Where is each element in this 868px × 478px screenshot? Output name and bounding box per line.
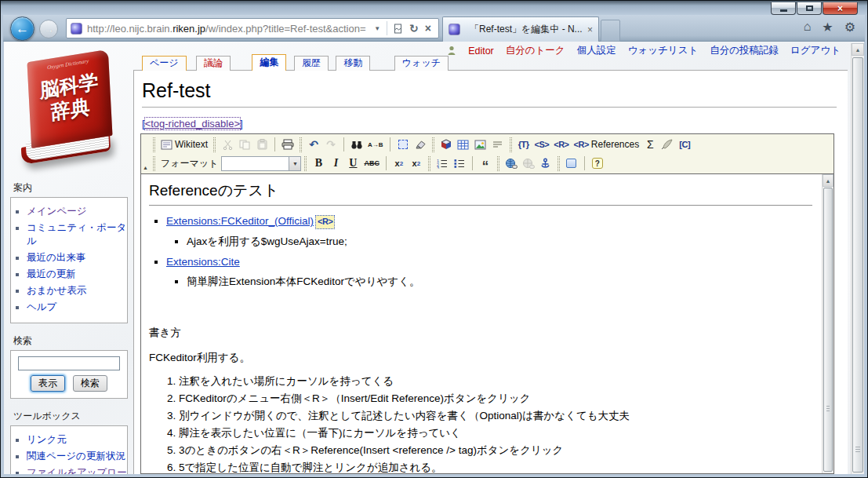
- sidebar-link-recentchanges[interactable]: 最近の更新: [27, 268, 76, 279]
- toolbar-collapse-button[interactable]: ▲: [141, 135, 150, 173]
- anchor-icon[interactable]: [538, 155, 554, 172]
- url-text[interactable]: http://leo.nijc.brain.riken.jp/w/index.p…: [87, 23, 370, 35]
- toolbar-grip[interactable]: [432, 137, 434, 152]
- address-bar[interactable]: http://leo.nijc.brain.riken.jp/w/index.p…: [66, 18, 439, 38]
- insert-table-icon[interactable]: [456, 137, 471, 153]
- sidebar-link-mainpage[interactable]: メインページ: [27, 206, 86, 217]
- toolbar-grip[interactable]: [153, 137, 155, 152]
- bold-icon[interactable]: B: [311, 155, 326, 172]
- editor-scrollbar[interactable]: ▲: [822, 174, 833, 473]
- browser-scrollbar[interactable]: ▲: [851, 43, 864, 474]
- source-tag-icon[interactable]: <S>: [533, 137, 551, 153]
- toolbar-grip[interactable]: [557, 156, 560, 171]
- select-all-icon[interactable]: [395, 137, 411, 153]
- tog-richedit-link[interactable]: <tog-riched_disable>: [145, 118, 240, 130]
- sidebar-link-portal[interactable]: コミュニティ・ポータル: [27, 222, 126, 246]
- numbered-list-icon[interactable]: 123: [434, 155, 450, 172]
- toolbar-grip[interactable]: [497, 156, 499, 171]
- watchlist-link[interactable]: ウォッチリスト: [628, 44, 699, 57]
- signature-icon[interactable]: [659, 137, 675, 153]
- preferences-link[interactable]: 個人設定: [577, 44, 616, 57]
- my-talk-link[interactable]: 自分のトーク: [506, 44, 565, 57]
- blockquote-icon[interactable]: “: [478, 155, 493, 172]
- undo-icon[interactable]: ↶: [306, 137, 321, 153]
- wikitext-source-button[interactable]: Wikitext: [159, 137, 209, 153]
- home-icon[interactable]: ⌂: [804, 20, 812, 35]
- back-button[interactable]: ←: [10, 16, 35, 41]
- editor-scrollbar-thumb[interactable]: [823, 188, 833, 472]
- cite-extension-link[interactable]: Extensions:Cite: [166, 256, 240, 268]
- logout-link[interactable]: ログアウト: [790, 44, 841, 57]
- reference-badge[interactable]: <R>: [315, 215, 335, 229]
- italic-icon[interactable]: I: [328, 155, 343, 172]
- insert-image-icon[interactable]: [473, 137, 488, 153]
- tools-gear-icon[interactable]: ⚙: [844, 20, 855, 35]
- toolbar-grip[interactable]: [213, 137, 216, 152]
- toolbox-link-upload[interactable]: ファイルをアップロード: [27, 467, 127, 474]
- browser-scrollbar-thumb[interactable]: [852, 57, 863, 473]
- scroll-up-icon[interactable]: ▲: [852, 43, 864, 56]
- strikethrough-icon[interactable]: ABC: [362, 155, 381, 172]
- user-page-link[interactable]: Editor: [468, 46, 494, 57]
- superscript-icon[interactable]: x2: [409, 155, 424, 172]
- go-button[interactable]: 表示: [31, 375, 65, 392]
- compatibility-view-icon[interactable]: [393, 24, 403, 34]
- document-content[interactable]: Referenceのテスト Extensions:FCKeditor_(Offi…: [141, 174, 822, 473]
- tab-watch[interactable]: ウォッチ: [394, 56, 449, 71]
- tab-history[interactable]: 履歴: [294, 56, 329, 71]
- find-icon[interactable]: [349, 137, 365, 153]
- sidebar-link-random[interactable]: おまかせ表示: [27, 285, 86, 296]
- tab-edit[interactable]: 編集: [252, 54, 286, 71]
- insert-category-icon[interactable]: [C]: [677, 137, 692, 153]
- stop-icon[interactable]: ×: [425, 22, 431, 35]
- insert-template-icon[interactable]: {T}: [516, 137, 532, 153]
- tab-move[interactable]: 移動: [336, 56, 370, 71]
- scroll-up-icon[interactable]: ▲: [823, 174, 833, 187]
- wiki-logo[interactable]: Oxygen Dictionary 脳科学辞典: [10, 53, 129, 170]
- special-character-icon[interactable]: [438, 137, 454, 153]
- title-bar[interactable]: ×: [1, 1, 867, 15]
- remove-format-icon[interactable]: [412, 137, 428, 153]
- refresh-icon[interactable]: ↻: [409, 22, 419, 35]
- remove-link-icon[interactable]: [521, 155, 536, 172]
- address-dropdown-icon[interactable]: ▼: [370, 25, 384, 32]
- forward-button[interactable]: →: [39, 20, 58, 38]
- about-icon[interactable]: ?: [590, 155, 605, 172]
- paste-icon[interactable]: [254, 137, 270, 153]
- toolbox-link-relatedchanges[interactable]: 関連ページの更新状況: [27, 451, 125, 462]
- replace-icon[interactable]: A→B: [366, 137, 385, 153]
- toolbar-grip[interactable]: [510, 137, 512, 152]
- tab-discussion[interactable]: 議論: [196, 56, 231, 71]
- bulleted-list-icon[interactable]: [452, 155, 467, 172]
- subscript-icon[interactable]: x2: [391, 155, 407, 172]
- search-input[interactable]: [18, 356, 120, 370]
- contributions-link[interactable]: 自分の投稿記録: [710, 44, 779, 57]
- minimize-button[interactable]: [771, 2, 796, 15]
- search-button[interactable]: 検索: [73, 375, 107, 392]
- editing-area[interactable]: Referenceのテスト Extensions:FCKeditor_(Offi…: [140, 174, 834, 474]
- insert-references-button[interactable]: <R>References: [572, 137, 641, 153]
- copy-icon[interactable]: [237, 137, 252, 153]
- browser-tab[interactable]: 「Ref-test」を編集中 - N... ×: [442, 16, 599, 42]
- close-button[interactable]: ×: [823, 2, 858, 15]
- sidebar-link-help[interactable]: ヘルプ: [27, 301, 56, 312]
- math-formula-icon[interactable]: Σ: [642, 137, 658, 153]
- toolbar-grip[interactable]: [428, 156, 430, 171]
- toolbar-grip[interactable]: [300, 137, 302, 152]
- underline-icon[interactable]: U: [345, 155, 361, 172]
- new-tab-button[interactable]: [601, 20, 620, 42]
- tab-page[interactable]: ページ: [142, 56, 187, 71]
- horizontal-rule-icon[interactable]: [490, 137, 506, 153]
- favorites-star-icon[interactable]: ★: [822, 20, 833, 35]
- fckeditor-extension-link[interactable]: Extensions:FCKeditor_(Official): [166, 215, 314, 227]
- div-container-icon[interactable]: [564, 155, 579, 172]
- print-icon[interactable]: [280, 137, 296, 153]
- toolbar-grip[interactable]: [304, 156, 307, 171]
- toolbar-grip[interactable]: [153, 156, 155, 171]
- insert-reference-icon[interactable]: <R>: [552, 137, 570, 153]
- tab-close-icon[interactable]: ×: [587, 24, 593, 35]
- cut-icon[interactable]: [220, 137, 235, 153]
- redo-icon[interactable]: ↷: [323, 137, 339, 153]
- sidebar-link-currentevents[interactable]: 最近の出来事: [27, 252, 85, 263]
- toolbox-link-whatlinkshere[interactable]: リンク元: [27, 434, 67, 445]
